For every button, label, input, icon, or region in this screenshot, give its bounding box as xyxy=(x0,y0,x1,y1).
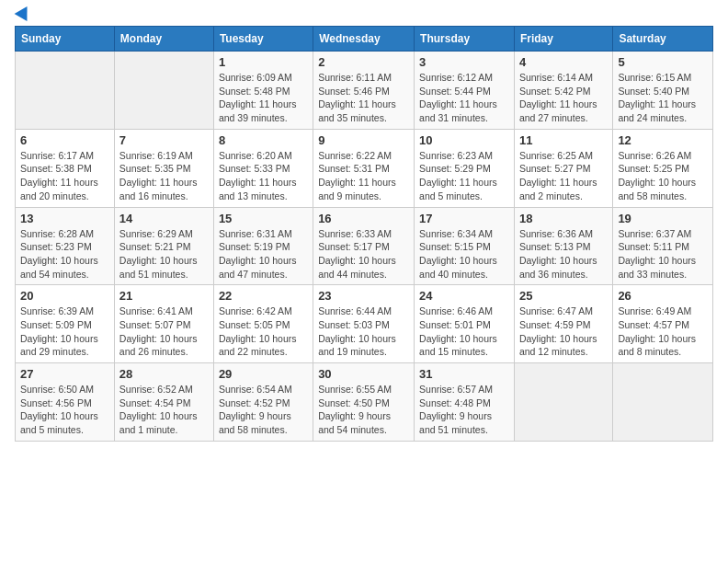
day-info: Sunrise: 6:31 AMSunset: 5:19 PMDaylight:… xyxy=(219,227,308,282)
day-info: Sunrise: 6:39 AMSunset: 5:09 PMDaylight:… xyxy=(20,304,109,359)
day-number: 13 xyxy=(20,212,109,225)
day-info: Sunrise: 6:29 AMSunset: 5:21 PMDaylight:… xyxy=(119,227,209,282)
day-number: 9 xyxy=(318,133,409,147)
day-info: Sunrise: 6:50 AMSunset: 4:56 PMDaylight:… xyxy=(20,383,109,437)
week-row-4: 20Sunrise: 6:39 AMSunset: 5:09 PMDayligh… xyxy=(16,285,713,363)
day-cell: 6Sunrise: 6:17 AMSunset: 5:38 PMDaylight… xyxy=(16,129,115,207)
day-cell: 11Sunrise: 6:25 AMSunset: 5:27 PMDayligh… xyxy=(514,129,612,207)
day-cell: 24Sunrise: 6:46 AMSunset: 5:01 PMDayligh… xyxy=(415,285,515,363)
day-info: Sunrise: 6:55 AMSunset: 4:50 PMDaylight:… xyxy=(318,383,409,437)
day-number: 18 xyxy=(519,212,608,225)
day-info: Sunrise: 6:28 AMSunset: 5:23 PMDaylight:… xyxy=(20,227,109,282)
day-number: 19 xyxy=(618,212,708,225)
day-info: Sunrise: 6:52 AMSunset: 4:54 PMDaylight:… xyxy=(119,383,209,437)
day-number: 27 xyxy=(20,367,109,381)
day-cell: 26Sunrise: 6:49 AMSunset: 4:57 PMDayligh… xyxy=(613,285,713,363)
day-number: 17 xyxy=(419,212,509,225)
header-cell-monday: Monday xyxy=(114,27,213,52)
day-number: 16 xyxy=(318,212,409,225)
day-info: Sunrise: 6:33 AMSunset: 5:17 PMDaylight:… xyxy=(318,227,409,282)
day-cell: 22Sunrise: 6:42 AMSunset: 5:05 PMDayligh… xyxy=(213,285,313,363)
day-number: 4 xyxy=(519,55,608,69)
day-cell: 19Sunrise: 6:37 AMSunset: 5:11 PMDayligh… xyxy=(613,207,713,285)
day-cell: 12Sunrise: 6:26 AMSunset: 5:25 PMDayligh… xyxy=(613,129,713,207)
day-number: 22 xyxy=(219,289,308,303)
day-number: 30 xyxy=(318,367,409,381)
day-number: 12 xyxy=(618,133,708,147)
day-number: 28 xyxy=(119,367,209,381)
header-cell-sunday: Sunday xyxy=(16,27,115,52)
day-cell: 10Sunrise: 6:23 AMSunset: 5:29 PMDayligh… xyxy=(415,129,515,207)
day-cell xyxy=(16,52,115,130)
day-number: 23 xyxy=(318,289,409,303)
day-cell: 8Sunrise: 6:20 AMSunset: 5:33 PMDaylight… xyxy=(213,129,313,207)
logo-text xyxy=(15,9,31,18)
day-number: 8 xyxy=(219,133,308,147)
day-number: 21 xyxy=(119,289,209,303)
day-cell: 28Sunrise: 6:52 AMSunset: 4:54 PMDayligh… xyxy=(114,363,213,442)
day-cell: 17Sunrise: 6:34 AMSunset: 5:15 PMDayligh… xyxy=(415,207,515,285)
header-cell-friday: Friday xyxy=(514,27,612,52)
day-cell: 29Sunrise: 6:54 AMSunset: 4:52 PMDayligh… xyxy=(213,363,313,442)
calendar-table: SundayMondayTuesdayWednesdayThursdayFrid… xyxy=(15,26,713,442)
day-number: 11 xyxy=(519,133,608,147)
day-number: 14 xyxy=(119,212,209,225)
day-cell xyxy=(613,363,713,442)
day-number: 3 xyxy=(419,55,509,69)
day-cell: 1Sunrise: 6:09 AMSunset: 5:48 PMDaylight… xyxy=(213,52,313,130)
day-info: Sunrise: 6:14 AMSunset: 5:42 PMDaylight:… xyxy=(519,71,608,125)
day-info: Sunrise: 6:37 AMSunset: 5:11 PMDaylight:… xyxy=(618,227,708,282)
day-number: 2 xyxy=(318,55,409,69)
day-info: Sunrise: 6:22 AMSunset: 5:31 PMDaylight:… xyxy=(318,149,409,203)
day-info: Sunrise: 6:36 AMSunset: 5:13 PMDaylight:… xyxy=(519,227,608,282)
day-cell: 25Sunrise: 6:47 AMSunset: 4:59 PMDayligh… xyxy=(514,285,612,363)
day-cell: 7Sunrise: 6:19 AMSunset: 5:35 PMDaylight… xyxy=(114,129,213,207)
day-number: 26 xyxy=(618,289,708,303)
day-info: Sunrise: 6:42 AMSunset: 5:05 PMDaylight:… xyxy=(219,304,308,359)
day-info: Sunrise: 6:46 AMSunset: 5:01 PMDaylight:… xyxy=(419,304,509,359)
day-info: Sunrise: 6:23 AMSunset: 5:29 PMDaylight:… xyxy=(419,149,509,203)
day-cell: 20Sunrise: 6:39 AMSunset: 5:09 PMDayligh… xyxy=(16,285,115,363)
page: SundayMondayTuesdayWednesdayThursdayFrid… xyxy=(0,0,728,563)
week-row-3: 13Sunrise: 6:28 AMSunset: 5:23 PMDayligh… xyxy=(16,207,713,285)
day-number: 31 xyxy=(419,367,509,381)
day-info: Sunrise: 6:09 AMSunset: 5:48 PMDaylight:… xyxy=(219,71,308,125)
day-number: 15 xyxy=(219,212,308,225)
day-info: Sunrise: 6:12 AMSunset: 5:44 PMDaylight:… xyxy=(419,71,509,125)
day-number: 1 xyxy=(219,55,308,69)
day-cell xyxy=(114,52,213,130)
day-info: Sunrise: 6:26 AMSunset: 5:25 PMDaylight:… xyxy=(618,149,708,203)
header xyxy=(15,9,713,18)
calendar-header: SundayMondayTuesdayWednesdayThursdayFrid… xyxy=(16,27,713,52)
day-number: 25 xyxy=(519,289,608,303)
day-number: 5 xyxy=(618,55,708,69)
day-cell: 15Sunrise: 6:31 AMSunset: 5:19 PMDayligh… xyxy=(213,207,313,285)
header-cell-tuesday: Tuesday xyxy=(213,27,313,52)
day-info: Sunrise: 6:41 AMSunset: 5:07 PMDaylight:… xyxy=(119,304,209,359)
day-number: 20 xyxy=(20,289,109,303)
day-number: 6 xyxy=(20,133,109,147)
logo-triangle-icon xyxy=(15,3,34,21)
day-number: 24 xyxy=(419,289,509,303)
day-info: Sunrise: 6:57 AMSunset: 4:48 PMDaylight:… xyxy=(419,383,509,437)
day-info: Sunrise: 6:25 AMSunset: 5:27 PMDaylight:… xyxy=(519,149,608,203)
day-cell: 27Sunrise: 6:50 AMSunset: 4:56 PMDayligh… xyxy=(16,363,115,442)
day-info: Sunrise: 6:15 AMSunset: 5:40 PMDaylight:… xyxy=(618,71,708,125)
day-info: Sunrise: 6:34 AMSunset: 5:15 PMDaylight:… xyxy=(419,227,509,282)
day-cell xyxy=(514,363,612,442)
day-info: Sunrise: 6:20 AMSunset: 5:33 PMDaylight:… xyxy=(219,149,308,203)
header-row: SundayMondayTuesdayWednesdayThursdayFrid… xyxy=(16,27,713,52)
day-cell: 18Sunrise: 6:36 AMSunset: 5:13 PMDayligh… xyxy=(514,207,612,285)
day-cell: 13Sunrise: 6:28 AMSunset: 5:23 PMDayligh… xyxy=(16,207,115,285)
day-cell: 21Sunrise: 6:41 AMSunset: 5:07 PMDayligh… xyxy=(114,285,213,363)
week-row-5: 27Sunrise: 6:50 AMSunset: 4:56 PMDayligh… xyxy=(16,363,713,442)
day-info: Sunrise: 6:19 AMSunset: 5:35 PMDaylight:… xyxy=(119,149,209,203)
day-info: Sunrise: 6:17 AMSunset: 5:38 PMDaylight:… xyxy=(20,149,109,203)
day-cell: 31Sunrise: 6:57 AMSunset: 4:48 PMDayligh… xyxy=(415,363,515,442)
day-info: Sunrise: 6:44 AMSunset: 5:03 PMDaylight:… xyxy=(318,304,409,359)
header-cell-thursday: Thursday xyxy=(415,27,515,52)
day-cell: 16Sunrise: 6:33 AMSunset: 5:17 PMDayligh… xyxy=(313,207,415,285)
logo-container xyxy=(15,9,31,18)
day-cell: 5Sunrise: 6:15 AMSunset: 5:40 PMDaylight… xyxy=(613,52,713,130)
day-cell: 14Sunrise: 6:29 AMSunset: 5:21 PMDayligh… xyxy=(114,207,213,285)
